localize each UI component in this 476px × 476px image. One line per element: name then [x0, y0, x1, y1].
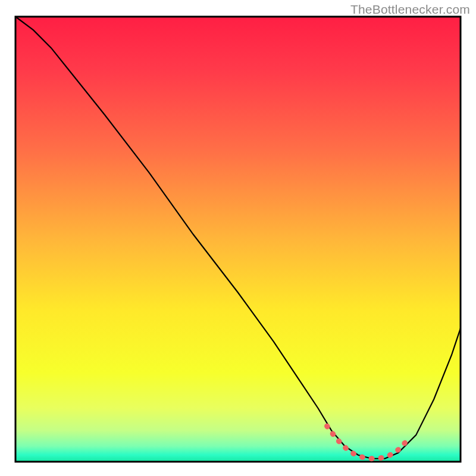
plot-background — [15, 17, 461, 462]
chart-container: TheBottlenecker.com — [0, 0, 476, 476]
gradient-line-chart — [0, 0, 476, 476]
attribution-text: TheBottlenecker.com — [350, 2, 470, 17]
